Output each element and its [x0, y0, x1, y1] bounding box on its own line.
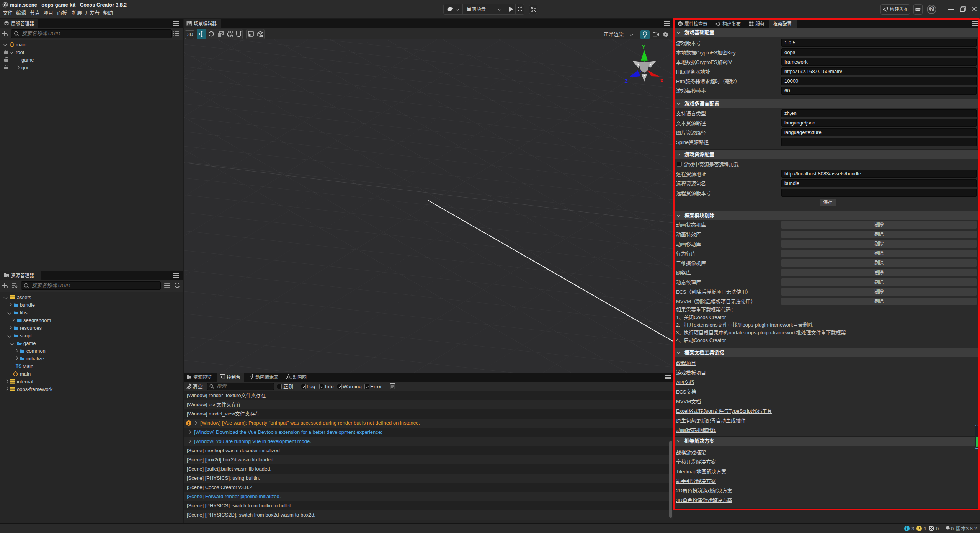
- svg-text:Y: Y: [642, 44, 645, 50]
- svg-text:Z: Z: [625, 78, 628, 84]
- svg-text:?: ?: [930, 7, 933, 12]
- svg-text:X: X: [660, 78, 663, 83]
